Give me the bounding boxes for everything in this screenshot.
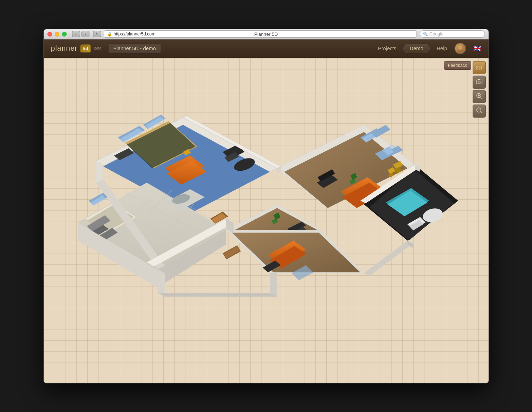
right-toolbar: 2D [473,61,486,118]
logo-box: 5d [80,44,91,52]
view-2d-button[interactable]: 2D [473,61,486,74]
app-header: planner 5d beta Planner 5D - demo Projec… [44,39,489,58]
forward-button[interactable]: › [81,31,89,37]
window-title: Planner 5D [254,31,278,37]
zoom-in-button[interactable] [473,90,486,103]
screenshot-button[interactable] [473,76,486,89]
svg-line-11 [481,112,482,113]
url-text: https://planner5d.com [114,31,155,37]
search-icon: 🔍 [423,32,428,37]
back-button[interactable]: ‹ [72,31,80,37]
svg-marker-89 [158,269,165,297]
zoom-out-icon [476,107,482,115]
browser-nav: ‹ › [72,31,89,37]
header-right: Projects Demo Help 🇬🇧 [378,43,481,54]
user-avatar[interactable] [454,43,466,54]
camera-icon [476,78,482,85]
demo-nav[interactable]: Demo [403,44,429,53]
svg-point-3 [478,81,480,83]
address-bar-container: ↻ 🔒 https://planner5d.com 🔍 Google [93,30,485,38]
help-nav[interactable]: Help [437,46,447,51]
svg-point-0 [458,45,462,50]
svg-point-1 [457,50,464,54]
browser-window: ‹ › ↻ 🔒 https://planner5d.com 🔍 Google P… [43,29,489,383]
zoom-in-icon [476,93,482,100]
2d-label: 2D [476,65,482,71]
svg-marker-92 [364,241,413,276]
beta-badge: beta [94,46,101,50]
search-placeholder: Google [430,31,444,37]
project-name[interactable]: Planner 5D - demo [109,44,161,53]
svg-rect-4 [478,79,480,80]
logo-text: planner [51,44,78,52]
minimize-button[interactable] [55,32,59,37]
feedback-button[interactable]: Feedback [444,61,471,70]
traffic-lights [47,32,67,37]
search-bar[interactable]: 🔍 Google [420,30,485,38]
projects-nav[interactable]: Projects [378,46,397,51]
svg-marker-86 [226,219,234,233]
close-button[interactable] [47,32,52,37]
svg-line-8 [481,97,482,99]
floor-plan-3d [67,96,465,367]
titlebar: ‹ › ↻ 🔒 https://planner5d.com 🔍 Google P… [44,29,489,39]
maximize-button[interactable] [62,32,67,37]
svg-marker-90 [270,273,277,297]
zoom-out-button[interactable] [473,105,486,118]
logo-area: planner 5d beta [51,44,101,52]
language-flag[interactable]: 🇬🇧 [473,44,481,52]
svg-marker-91 [158,293,277,297]
reload-button[interactable]: ↻ [93,31,101,37]
canvas-area: Feedback 2D [44,58,489,383]
lock-icon: 🔒 [107,32,112,37]
